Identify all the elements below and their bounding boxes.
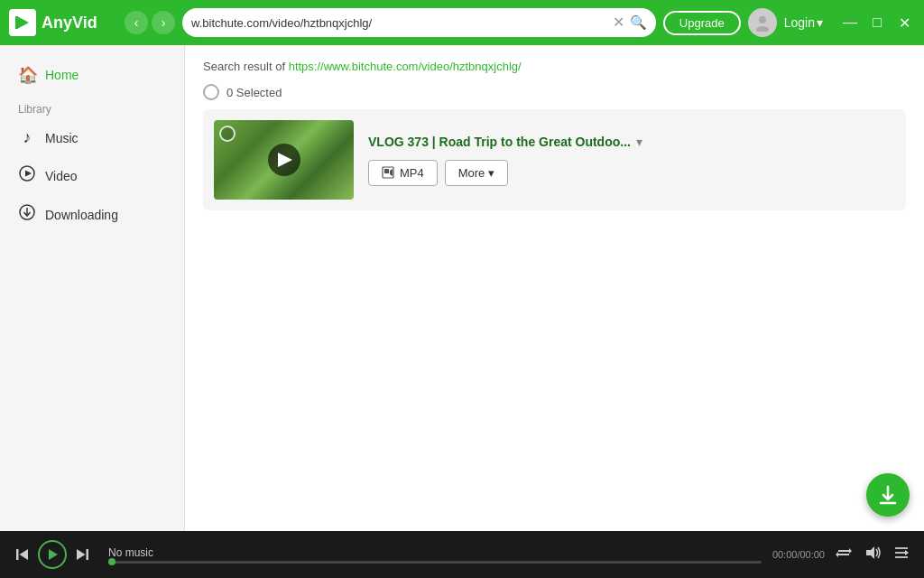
- prev-icon: [14, 546, 31, 563]
- player-queue-button[interactable]: [893, 545, 910, 565]
- result-title-text: VLOG 373 | Road Trip to the Great Outdoo…: [368, 135, 631, 149]
- music-icon: ♪: [18, 128, 36, 147]
- sidebar-item-music-label: Music: [45, 131, 79, 145]
- player-controls: [14, 540, 90, 569]
- minimize-button[interactable]: —: [839, 12, 861, 33]
- sidebar-item-music[interactable]: ♪ Music: [0, 119, 184, 156]
- sidebar-item-video[interactable]: Video: [0, 156, 184, 195]
- mp4-icon: [382, 166, 394, 179]
- svg-rect-9: [384, 169, 389, 173]
- sidebar-item-video-label: Video: [45, 169, 78, 183]
- item-select-checkbox[interactable]: [219, 126, 236, 142]
- sidebar-item-downloading[interactable]: Downloading: [0, 195, 184, 234]
- dropdown-arrow-icon: ▾: [817, 15, 823, 30]
- url-text: w.bitchute.com/video/hztbnqxjchlg/: [191, 16, 607, 30]
- mp4-button[interactable]: MP4: [368, 160, 438, 186]
- sidebar-item-downloading-label: Downloading: [45, 208, 118, 222]
- svg-marker-0: [17, 16, 29, 29]
- results-list: VLOG 373 | Road Trip to the Great Outdoo…: [185, 109, 924, 531]
- sidebar: 🏠 Home Library ♪ Music Video: [0, 45, 185, 531]
- sidebar-item-home-label: Home: [45, 68, 79, 82]
- player-progress-dot: [108, 558, 116, 565]
- svg-point-2: [759, 16, 766, 23]
- svg-marker-17: [866, 546, 874, 559]
- url-bar[interactable]: w.bitchute.com/video/hztbnqxjchlg/ ✕ 🔍: [182, 8, 656, 37]
- download-fab-button[interactable]: [866, 473, 910, 517]
- queue-icon: [893, 545, 910, 561]
- svg-marker-5: [25, 171, 32, 177]
- selected-bar: 0 Selected: [185, 80, 924, 109]
- player-repeat-button[interactable]: [836, 545, 852, 565]
- upgrade-button[interactable]: Upgrade: [663, 11, 741, 35]
- player-volume-button[interactable]: [864, 545, 881, 565]
- svg-marker-14: [49, 549, 58, 560]
- action-buttons: MP4 More ▾: [368, 160, 895, 186]
- play-overlay-button[interactable]: [268, 144, 300, 176]
- sidebar-item-home[interactable]: 🏠 Home: [0, 56, 184, 94]
- svg-marker-13: [20, 549, 29, 560]
- svg-rect-1: [15, 16, 18, 29]
- result-info: VLOG 373 | Road Trip to the Great Outdoo…: [368, 135, 895, 186]
- video-icon: [18, 165, 36, 186]
- logo-icon: [9, 9, 36, 36]
- search-icon[interactable]: 🔍: [630, 14, 647, 31]
- content-area: Search result of https://www.bitchute.co…: [185, 45, 924, 531]
- download-fab-icon: [877, 484, 899, 506]
- nav-back-button[interactable]: ‹: [125, 11, 148, 34]
- url-clear-icon[interactable]: ✕: [613, 15, 624, 30]
- more-button[interactable]: More ▾: [445, 160, 509, 186]
- player-right-controls: [836, 545, 910, 565]
- result-title: VLOG 373 | Road Trip to the Great Outdoo…: [368, 135, 895, 149]
- next-icon: [74, 546, 90, 563]
- selected-count: 0 Selected: [226, 86, 282, 99]
- login-button[interactable]: Login ▾: [784, 15, 823, 30]
- play-icon: [46, 548, 59, 561]
- player-play-button[interactable]: [38, 540, 67, 569]
- search-result-header: Search result of https://www.bitchute.co…: [185, 45, 924, 80]
- library-section-label: Library: [0, 94, 184, 119]
- player-prev-button[interactable]: [14, 546, 31, 563]
- close-button[interactable]: ✕: [893, 12, 915, 33]
- download-icon: [18, 204, 36, 225]
- home-icon: 🏠: [18, 65, 36, 85]
- player-bar: No music 00:00/00:00: [0, 531, 924, 578]
- player-title: No music: [108, 546, 762, 559]
- nav-arrows: ‹ ›: [125, 11, 175, 34]
- titlebar: AnyVid ‹ › w.bitchute.com/video/hztbnqxj…: [0, 0, 924, 45]
- volume-icon: [864, 545, 881, 561]
- svg-marker-16: [77, 549, 86, 560]
- svg-rect-12: [16, 549, 19, 560]
- app-logo: AnyVid: [9, 9, 117, 36]
- window-controls: — □ ✕: [839, 12, 915, 33]
- more-dropdown-icon: ▾: [488, 166, 494, 180]
- main-layout: 🏠 Home Library ♪ Music Video: [0, 45, 924, 531]
- svg-rect-15: [87, 549, 89, 560]
- player-progress-bar[interactable]: [108, 561, 762, 564]
- expand-title-button[interactable]: ▾: [636, 135, 642, 149]
- result-item: VLOG 373 | Road Trip to the Great Outdoo…: [203, 109, 906, 210]
- player-time: 00:00/00:00: [772, 549, 825, 560]
- player-next-button[interactable]: [74, 546, 90, 563]
- avatar: [748, 8, 777, 37]
- thumbnail-container: [214, 120, 354, 200]
- app-name: AnyVid: [42, 14, 97, 33]
- maximize-button[interactable]: □: [866, 12, 888, 33]
- repeat-icon: [836, 545, 852, 561]
- svg-point-3: [756, 26, 769, 32]
- svg-marker-21: [905, 550, 909, 555]
- search-result-url-link[interactable]: https://www.bitchute.com/video/hztbnqxjc…: [289, 60, 522, 73]
- nav-forward-button[interactable]: ›: [152, 11, 175, 34]
- select-all-checkbox[interactable]: [203, 84, 219, 100]
- player-info: No music: [108, 546, 762, 564]
